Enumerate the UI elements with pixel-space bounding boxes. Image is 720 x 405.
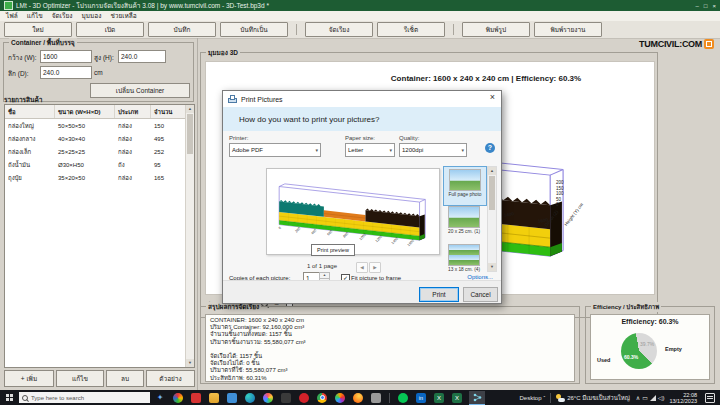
efficiency-group-title: Efficiency / ประสิทธิภาพ: [591, 302, 661, 312]
chrome-browser-icon[interactable]: [317, 393, 327, 403]
table-row[interactable]: กล่องกลาง 40×30×40 กล่อง 495: [5, 132, 194, 145]
excel-app-icon[interactable]: X: [452, 393, 462, 403]
windows-taskbar: Type here to search ✦ in X X Desktop ˆ 2…: [0, 390, 720, 405]
y-axis-ticks: 200 150 100 50 0: [556, 180, 564, 208]
layout-scrollbar[interactable]: ▲ ▼: [487, 166, 497, 272]
layout-full-page[interactable]: Full page photo: [443, 166, 487, 206]
next-page-icon[interactable]: ▶: [369, 262, 381, 273]
maximize-icon[interactable]: [704, 2, 708, 10]
prev-page-icon[interactable]: ◀: [356, 262, 368, 273]
paper-size-select[interactable]: Letter: [345, 143, 395, 157]
desktop-chevron-icon[interactable]: ˆ: [544, 395, 546, 401]
open-button[interactable]: เปิด: [76, 22, 144, 37]
cell-name: ถุงปุ๋ย: [5, 173, 55, 183]
store-app-icon[interactable]: [227, 393, 237, 403]
table-row[interactable]: ถุงปุ๋ย 35×20×50 กล่อง 165: [5, 171, 194, 184]
window-titlebar[interactable]: LMt - 3D Optimizer - โปรแกรมจัดเรียงสินค…: [0, 0, 720, 11]
active-app-share-icon[interactable]: [469, 391, 485, 405]
save-button[interactable]: บันทึก: [148, 22, 216, 37]
tray-chevron-icon[interactable]: ∧: [636, 394, 640, 401]
pinwheel-app-icon[interactable]: [173, 393, 183, 403]
network-icon[interactable]: [650, 395, 656, 401]
layout-caption: 13 x 18 cm. (4): [448, 267, 480, 272]
weather-icon[interactable]: [556, 394, 565, 402]
start-button-icon[interactable]: [6, 394, 13, 401]
example-button[interactable]: ตัวอย่าง: [146, 370, 195, 387]
camera-app-icon[interactable]: [191, 393, 201, 403]
delete-item-button[interactable]: ลบ: [106, 370, 144, 387]
arrange-button[interactable]: จัดเรียง: [305, 22, 373, 37]
volume-icon[interactable]: ◁): [658, 394, 665, 401]
edge-browser-icon[interactable]: [245, 393, 255, 403]
gray-app-icon[interactable]: [371, 393, 381, 403]
col-size[interactable]: ขนาด (W×H×D): [55, 105, 115, 118]
file-explorer-icon[interactable]: [209, 393, 219, 403]
layout-20x25[interactable]: 20 x 25 cm. (1): [443, 204, 485, 242]
search-placeholder: Type here to search: [31, 395, 84, 401]
line-app-icon[interactable]: [398, 393, 408, 403]
table-scrollbar[interactable]: ▲ ▼: [185, 105, 194, 367]
used-label: Used: [597, 357, 610, 363]
scroll-thumb[interactable]: [187, 114, 193, 154]
print-report-button[interactable]: พิมพ์รายงาน: [534, 22, 602, 37]
height-input[interactable]: 240.0: [118, 50, 166, 63]
col-name[interactable]: ชื่อ: [5, 105, 55, 118]
printer-icon: [228, 95, 237, 103]
menu-item-arrange[interactable]: จัดเรียง: [52, 11, 73, 21]
col-type[interactable]: ประเภท: [115, 105, 151, 118]
width-input[interactable]: 1600: [40, 50, 92, 63]
cancel-button[interactable]: Cancel: [463, 287, 498, 302]
menu-item-edit[interactable]: แก้ไข: [27, 11, 43, 21]
quality-label: Quality:: [399, 135, 419, 141]
printer-select[interactable]: Adobe PDF: [229, 143, 321, 157]
colorball-app-icon[interactable]: [335, 393, 345, 403]
unit-label: cm: [94, 69, 103, 76]
app-window: LMt - 3D Optimizer - โปรแกรมจัดเรียงสินค…: [0, 0, 720, 405]
print-button[interactable]: Print: [419, 287, 459, 302]
cortana-sparkle-icon[interactable]: ✦: [155, 393, 165, 403]
depth-input[interactable]: 240.0: [40, 66, 92, 79]
logo-text: TUMCIVIL:COM: [639, 39, 702, 49]
dialog-titlebar[interactable]: Print Pictures ×: [223, 91, 501, 107]
opera-browser-icon[interactable]: [299, 393, 309, 403]
photos-app-icon[interactable]: [263, 393, 273, 403]
scroll-down-icon[interactable]: ▼: [488, 263, 496, 271]
display-tray-icon[interactable]: ▭: [642, 394, 648, 401]
print-preview-page: 0 200 400 600 800 1000 1200 1400 1600: [266, 168, 440, 255]
edit-item-button[interactable]: แก้ไข: [56, 370, 104, 387]
table-row[interactable]: กล่องเล็ก 25×25×25 กล่อง 252: [5, 145, 194, 158]
new-button[interactable]: ใหม่: [4, 22, 72, 37]
items-table[interactable]: ชื่อ ขนาด (W×H×D) ประเภท จำนวน กล่องใหญ่…: [4, 104, 195, 368]
taskbar-clock[interactable]: 22:08 13/12/2023: [669, 392, 697, 404]
menu-item-view[interactable]: มุมมอง: [81, 11, 101, 21]
minimize-icon[interactable]: [696, 2, 699, 10]
search-input[interactable]: Type here to search: [19, 392, 150, 403]
scroll-down-icon[interactable]: ▼: [186, 359, 194, 367]
height-label: สูง (H):: [94, 53, 114, 63]
menu-item-file[interactable]: ไฟล์: [6, 11, 18, 21]
container-group-title: Container / พื้นที่บรรจุ: [9, 38, 77, 48]
reset-button[interactable]: รีเซ็ต: [377, 22, 445, 37]
menu-item-help[interactable]: ช่วยเหลือ: [110, 11, 136, 21]
linkedin-app-icon[interactable]: in: [416, 393, 426, 403]
action-center-icon[interactable]: [705, 393, 715, 403]
help-icon[interactable]: ?: [485, 143, 495, 153]
weather-text[interactable]: 26°C มีเมฆเป็นส่วนใหญ่: [567, 393, 630, 403]
dialog-close-icon[interactable]: ×: [490, 92, 495, 102]
save-as-button[interactable]: บันทึกเป็น: [220, 22, 288, 37]
excel-app-icon[interactable]: X: [434, 393, 444, 403]
change-container-button[interactable]: เปลี่ยน Container: [90, 83, 190, 98]
close-icon[interactable]: [712, 2, 716, 10]
quality-select[interactable]: 1200dpi: [399, 143, 467, 157]
desktop-toolbar-label[interactable]: Desktop: [520, 395, 542, 401]
print-picture-button[interactable]: พิมพ์รูป: [462, 22, 530, 37]
table-row[interactable]: กล่องใหญ่ 50×50×50 กล่อง 150: [5, 119, 194, 132]
add-item-button[interactable]: + เพิ่ม: [4, 370, 54, 387]
scroll-thumb[interactable]: [489, 176, 495, 210]
cell-size: 25×25×25: [55, 149, 115, 155]
table-row[interactable]: ถังน้ำมัน Ø30×H50 ถัง 95: [5, 158, 194, 171]
scroll-up-icon[interactable]: ▲: [488, 167, 496, 175]
scroll-up-icon[interactable]: ▲: [186, 105, 194, 113]
dark-app-icon[interactable]: [281, 393, 291, 403]
firefox-browser-icon[interactable]: [353, 393, 363, 403]
